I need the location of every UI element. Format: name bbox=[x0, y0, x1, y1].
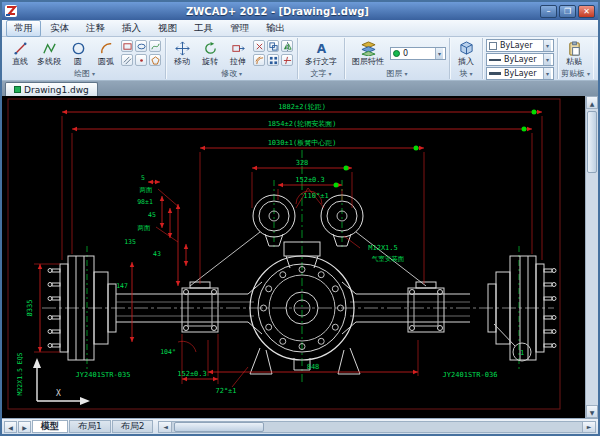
ribbon-tab-view[interactable]: 视图 bbox=[150, 20, 185, 37]
spline-tool-icon[interactable] bbox=[149, 40, 161, 52]
maximize-button[interactable]: ❐ bbox=[559, 5, 576, 18]
color-swatch-icon bbox=[489, 42, 497, 50]
dim-98[interactable]: 98±1 bbox=[137, 198, 153, 206]
document-tab[interactable]: Drawing1.dwg bbox=[5, 82, 98, 96]
array-tool-icon[interactable] bbox=[267, 54, 279, 66]
dim-848[interactable]: 848 bbox=[307, 363, 320, 371]
ribbon-tab-output[interactable]: 输出 bbox=[258, 20, 293, 37]
part-number-left[interactable]: JY2401STR-035 bbox=[76, 371, 131, 379]
mtext-button[interactable]: A 多行文字 bbox=[301, 40, 341, 68]
dim-1854[interactable]: 1854±2(轮辋安装面) bbox=[268, 120, 337, 128]
stretch-button[interactable]: 拉伸 bbox=[225, 40, 251, 68]
rectangle-tool-icon[interactable] bbox=[121, 40, 133, 52]
erase-tool-icon[interactable] bbox=[253, 40, 265, 52]
scroll-right-button[interactable]: ► bbox=[582, 422, 595, 432]
grip-markers[interactable] bbox=[334, 110, 537, 188]
insert-block-label: 插入 bbox=[458, 56, 474, 67]
dimension-lines[interactable] bbox=[34, 112, 542, 387]
dim-5[interactable]: 5 bbox=[141, 174, 145, 182]
ribbon-tab-manage[interactable]: 管理 bbox=[222, 20, 257, 37]
arc-button[interactable]: 圆弧 bbox=[93, 40, 119, 68]
move-icon bbox=[175, 41, 190, 56]
vertical-scrollbar[interactable]: ▲ ▼ bbox=[585, 96, 598, 418]
move-button[interactable]: 移动 bbox=[169, 40, 195, 68]
note-chamber-face[interactable]: 气室安装面 bbox=[372, 255, 405, 263]
dim-152-bottom[interactable]: 152±0.3 bbox=[177, 370, 207, 378]
left-spring-seat bbox=[182, 282, 218, 332]
circle-button[interactable]: 圆 bbox=[65, 40, 91, 68]
polygon-tool-icon[interactable] bbox=[149, 54, 161, 66]
ribbon-tab-home[interactable]: 常用 bbox=[6, 20, 41, 37]
tab-nav-left-button[interactable]: ◀ bbox=[4, 421, 17, 433]
dim-dia335[interactable]: Ø335 bbox=[26, 300, 34, 317]
rotate-button[interactable]: 旋转 bbox=[197, 40, 223, 68]
lineweight-select[interactable]: ByLayer ▾ bbox=[486, 67, 554, 80]
close-button[interactable]: ✕ bbox=[578, 5, 595, 18]
dimension-texts[interactable]: 1882±2(轮距) 1854±2(轮辋安装面) 1030±1(板簧中心距) 3… bbox=[16, 103, 497, 396]
color-select[interactable]: ByLayer ▾ bbox=[486, 39, 554, 52]
dim-328[interactable]: 328 bbox=[296, 159, 309, 167]
hatch-tool-icon[interactable] bbox=[121, 54, 133, 66]
note-faces-1[interactable]: 两面 bbox=[140, 186, 154, 194]
insert-block-button[interactable]: 插入 bbox=[453, 40, 479, 68]
part-number-right[interactable]: JY2401STR-036 bbox=[443, 371, 498, 379]
ribbon-tab-insert[interactable]: 插入 bbox=[114, 20, 149, 37]
scroll-down-button[interactable]: ▼ bbox=[586, 405, 598, 418]
dim-147[interactable]: 147 bbox=[116, 282, 128, 290]
dim-1030[interactable]: 1030±1(板簧中心距) bbox=[268, 139, 337, 147]
layers-group-label[interactable]: 图层 ▾ bbox=[348, 68, 446, 79]
drawing-canvas[interactable]: 1882±2(轮距) 1854±2(轮辋安装面) 1030±1(板簧中心距) 3… bbox=[2, 96, 585, 418]
vertical-scroll-track[interactable] bbox=[586, 109, 598, 405]
paste-button[interactable]: 粘贴 bbox=[561, 40, 587, 68]
combo-arrow-icon[interactable]: ▾ bbox=[543, 54, 551, 65]
dim-43[interactable]: 43 bbox=[153, 250, 161, 258]
ellipse-tool-icon[interactable] bbox=[135, 40, 147, 52]
vertical-scroll-thumb[interactable] bbox=[587, 111, 597, 173]
horizontal-scrollbar[interactable]: ◄ ► bbox=[158, 421, 596, 433]
trim-tool-icon[interactable] bbox=[281, 54, 293, 66]
ribbon-tab-annotate[interactable]: 注释 bbox=[78, 20, 113, 37]
combo-arrow-icon[interactable]: ▾ bbox=[435, 48, 443, 59]
balloon-callout[interactable]: 1 bbox=[494, 324, 531, 361]
mirror-tool-icon[interactable] bbox=[281, 40, 293, 52]
dim-45[interactable]: 45 bbox=[148, 211, 156, 219]
text-group-label[interactable]: 文字 ▾ bbox=[301, 68, 341, 79]
copy-tool-icon[interactable] bbox=[267, 40, 279, 52]
dim-104[interactable]: 104° bbox=[160, 348, 176, 356]
block-group-label[interactable]: 块 ▾ bbox=[453, 68, 479, 79]
dim-72[interactable]: 72°±1 bbox=[215, 387, 236, 395]
horizontal-scroll-thumb[interactable] bbox=[174, 422, 264, 432]
combo-arrow-icon[interactable]: ▾ bbox=[543, 68, 551, 79]
balloon-number[interactable]: 1 bbox=[520, 349, 524, 357]
note-faces-2[interactable]: 两面 bbox=[138, 224, 152, 232]
ribbon-tab-tools[interactable]: 工具 bbox=[186, 20, 221, 37]
offset-tool-icon[interactable] bbox=[253, 54, 265, 66]
dim-1882[interactable]: 1882±2(轮距) bbox=[278, 103, 326, 111]
ribbon-tab-solid[interactable]: 实体 bbox=[42, 20, 77, 37]
layer-properties-button[interactable]: 图层特性 bbox=[348, 40, 388, 68]
tab-model[interactable]: 模型 bbox=[32, 420, 68, 433]
tab-layout1[interactable]: 布局1 bbox=[69, 420, 111, 433]
dim-135[interactable]: 135 bbox=[124, 238, 136, 246]
line-button[interactable]: 直线 bbox=[7, 40, 33, 68]
layer-select[interactable]: 0 ▾ bbox=[390, 47, 446, 60]
note-m12[interactable]: M12X1.5 bbox=[368, 244, 398, 252]
clipboard-group-label[interactable]: 剪贴板 ▾ bbox=[561, 68, 590, 79]
minimize-button[interactable]: – bbox=[540, 5, 557, 18]
horizontal-scroll-track[interactable] bbox=[172, 422, 582, 432]
scroll-up-button[interactable]: ▲ bbox=[586, 96, 598, 109]
tab-layout2[interactable]: 布局2 bbox=[112, 420, 154, 433]
dim-152-top[interactable]: 152±0.3 bbox=[295, 176, 325, 184]
drawing-canvas-area[interactable]: 1882±2(轮距) 1854±2(轮辋安装面) 1030±1(板簧中心距) 3… bbox=[2, 96, 598, 418]
combo-arrow-icon[interactable]: ▾ bbox=[543, 40, 551, 51]
ucs-x-label: X bbox=[56, 389, 61, 398]
point-tool-icon[interactable] bbox=[135, 54, 147, 66]
modify-group-label[interactable]: 修改 ▾ bbox=[169, 68, 294, 79]
scroll-left-button[interactable]: ◄ bbox=[159, 422, 172, 432]
tab-nav-right-button[interactable]: ▶ bbox=[18, 421, 31, 433]
linetype-select[interactable]: ByLayer ▾ bbox=[486, 53, 554, 66]
dim-110[interactable]: 110°±1 bbox=[303, 192, 328, 200]
draw-group-label[interactable]: 绘图 ▾ bbox=[7, 68, 162, 79]
note-m22[interactable]: M22X1.5 EQS bbox=[16, 352, 24, 395]
polyline-button[interactable]: 多线段 bbox=[35, 40, 63, 68]
